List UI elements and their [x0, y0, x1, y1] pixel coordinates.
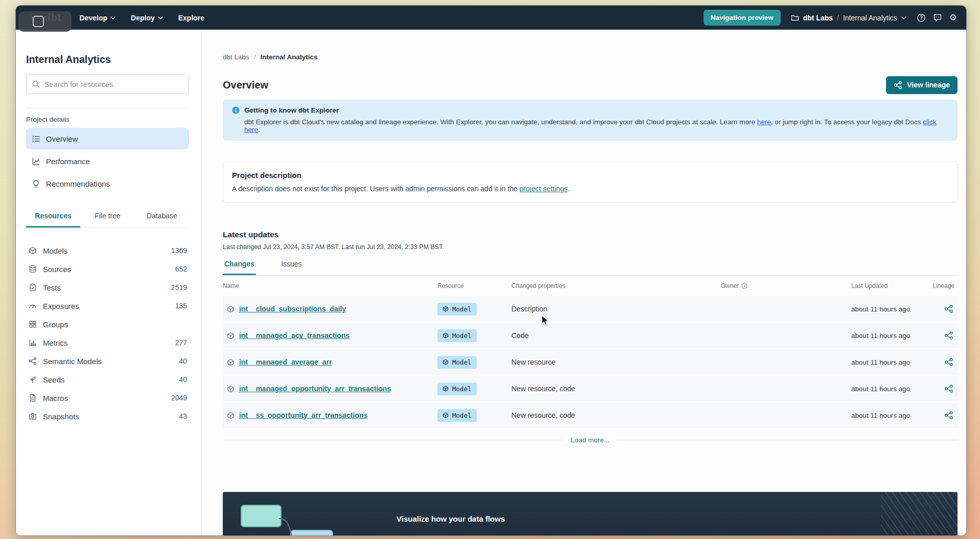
sidebar-item-recommendations[interactable]: Recommendations [26, 173, 189, 194]
test-icon [28, 283, 37, 291]
column-last-updated: Last Updated [851, 282, 933, 289]
macro-icon [28, 394, 37, 402]
resource-badge: Model [437, 356, 477, 369]
column-resource: Resource [437, 282, 511, 289]
lineage-icon[interactable] [944, 304, 953, 313]
model-icon [227, 412, 235, 419]
changed-properties-cell: New resource, code [511, 411, 721, 419]
feedback-icon[interactable] [933, 13, 942, 23]
model-link[interactable]: int__managed_opportunity_arr_transaction… [239, 385, 391, 393]
resource-count: 2049 [171, 394, 187, 402]
resource-item-macros[interactable]: Macros 2049 [26, 389, 189, 407]
project-settings-link[interactable]: project settings [520, 185, 568, 193]
help-icon[interactable]: ? [917, 13, 926, 23]
resource-item-models[interactable]: Models 1369 [26, 241, 189, 260]
seed-icon [28, 375, 37, 384]
source-icon [28, 265, 37, 273]
project-description-body: A description does not exist for this pr… [232, 185, 948, 193]
model-link[interactable]: int__managed_acv_transactions [239, 331, 349, 340]
divider [618, 440, 958, 440]
menu-deploy[interactable]: Deploy [131, 14, 163, 22]
resource-count: 40 [179, 357, 187, 365]
resource-item-metrics[interactable]: Metrics 277 [26, 333, 189, 352]
model-icon [227, 358, 235, 366]
menu-develop[interactable]: Develop [80, 14, 115, 22]
view-lineage-button[interactable]: View lineage [886, 76, 958, 94]
sidebar-item-label: Overview [46, 134, 78, 143]
menu-explore[interactable]: Explore [178, 14, 204, 22]
resource-item-sources[interactable]: Sources 652 [26, 260, 189, 278]
folder-icon [791, 14, 799, 21]
groups-icon [28, 320, 37, 328]
sidebar: Internal Analytics Project details Overv… [16, 30, 202, 535]
search-box[interactable] [26, 74, 189, 94]
main-content: dbt Labs / Internal Analytics Overview V… [202, 30, 966, 535]
main-menu: Develop Deploy Explore [80, 14, 205, 22]
table-row: int__managed_opportunity_arr_transaction… [223, 376, 958, 402]
svg-text:?: ? [920, 15, 923, 20]
resource-item-semantic-models[interactable]: Semantic Models 40 [26, 352, 189, 370]
tab-database[interactable]: Database [135, 207, 189, 228]
model-link[interactable]: int__ss_opportunity_arr_transactions [239, 411, 367, 419]
sidebar-item-performance[interactable]: Performance [26, 150, 189, 172]
metrics-icon [28, 339, 37, 347]
snapshot-icon [28, 412, 37, 420]
chevron-down-icon [110, 16, 115, 19]
desktop-background: dbt Develop Deploy Explore [0, 0, 980, 539]
exposure-icon [28, 302, 37, 310]
breadcrumb-account[interactable]: dbt Labs [223, 53, 249, 61]
search-input[interactable] [44, 80, 183, 88]
lineage-icon[interactable] [944, 384, 953, 393]
resource-item-snapshots[interactable]: Snapshots 43 [26, 407, 189, 425]
resource-count: 1369 [171, 246, 187, 255]
model-link[interactable]: int__managed_average_arr [239, 358, 332, 366]
settings-gear-icon[interactable]: ⚙ [949, 13, 957, 22]
lightbulb-icon [32, 179, 40, 188]
navigation-preview-button[interactable]: Navigation preview [704, 10, 781, 26]
resource-item-groups[interactable]: Groups [26, 315, 189, 333]
divider [223, 440, 563, 440]
visualize-flow-banner[interactable]: Visualize how your data flows [223, 492, 958, 535]
sidebar-project-title: Internal Analytics [26, 54, 189, 65]
resource-item-tests[interactable]: Tests 2519 [26, 278, 189, 297]
resource-count: 2519 [171, 283, 187, 291]
sidebar-divider [26, 108, 189, 108]
resource-count: 43 [179, 412, 187, 420]
tab-resources[interactable]: Resources [26, 207, 80, 228]
changed-properties-cell: Code [511, 331, 721, 340]
lineage-icon[interactable] [944, 331, 953, 340]
lineage-icon[interactable] [944, 357, 953, 367]
tab-changes[interactable]: Changes [223, 256, 256, 275]
resource-item-seeds[interactable]: Seeds 40 [26, 370, 189, 389]
load-more-link[interactable]: Load more... [571, 436, 610, 444]
breadcrumb: dbt Labs / Internal Analytics [223, 53, 958, 61]
resource-badge: Model [437, 409, 477, 422]
project-picker[interactable]: dbt Labs / Internal Analytics [791, 14, 906, 22]
last-updated-cell: about 11 hours ago [851, 305, 933, 313]
lineage-icon [894, 81, 902, 89]
sidebar-item-label: Recommendations [46, 179, 110, 188]
account-name: dbt Labs [803, 14, 833, 22]
tab-file-tree[interactable]: File tree [80, 207, 134, 228]
semantic-models-icon [28, 357, 37, 365]
screenshot-tool-icon [33, 16, 44, 27]
flow-connector [274, 512, 305, 535]
learn-more-link[interactable]: here [757, 118, 771, 126]
resource-item-exposures[interactable]: Exposures 135 [26, 297, 189, 315]
info-banner-title: Getting to know dbt Explorer [244, 106, 339, 114]
model-link[interactable]: int__cloud_subscriptions_daily [239, 305, 346, 313]
project-name: Internal Analytics [843, 14, 897, 22]
sidebar-item-overview[interactable]: Overview [26, 128, 189, 149]
lineage-icon[interactable] [944, 411, 953, 420]
column-owner: Owner [721, 282, 851, 289]
changed-properties-cell: Description [511, 305, 721, 313]
updates-tabs: Changes Issues [223, 256, 958, 276]
owner-info-icon[interactable] [741, 283, 748, 289]
resource-badge: Model [437, 303, 477, 316]
resource-count: 277 [175, 339, 187, 347]
overview-list-icon [32, 134, 40, 143]
tab-issues[interactable]: Issues [279, 256, 303, 275]
resource-count: 40 [179, 375, 187, 384]
navbar-right: Navigation preview dbt Labs / Internal A… [704, 10, 957, 26]
resource-list: Models 1369 Sources 652 Te [26, 241, 189, 425]
